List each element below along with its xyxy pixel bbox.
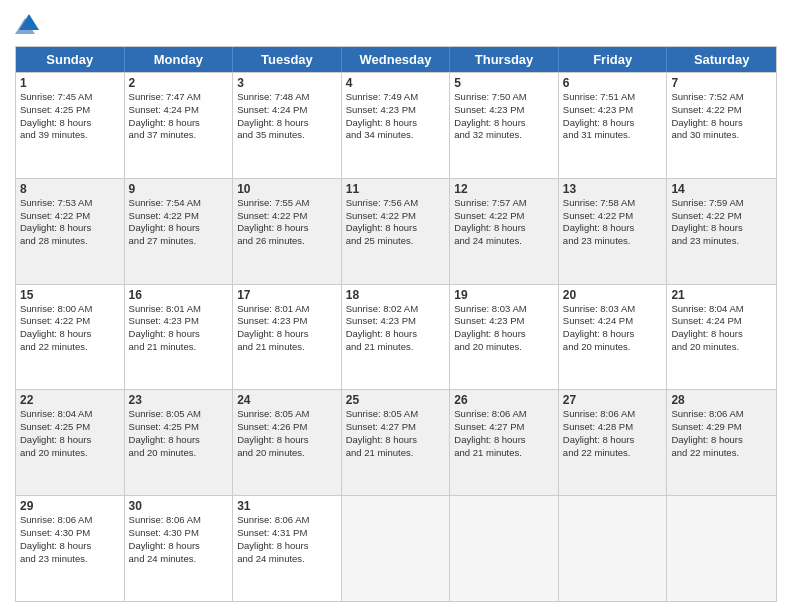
- cell-text: and 24 minutes.: [129, 553, 229, 566]
- calendar-row-2: 15Sunrise: 8:00 AMSunset: 4:22 PMDayligh…: [16, 284, 776, 390]
- day-number: 6: [563, 76, 663, 90]
- cell-text: Sunset: 4:22 PM: [346, 210, 446, 223]
- calendar-cell-4-1: 30Sunrise: 8:06 AMSunset: 4:30 PMDayligh…: [125, 496, 234, 601]
- calendar-cell-0-0: 1Sunrise: 7:45 AMSunset: 4:25 PMDaylight…: [16, 73, 125, 178]
- calendar-cell-3-4: 26Sunrise: 8:06 AMSunset: 4:27 PMDayligh…: [450, 390, 559, 495]
- cell-text: Sunset: 4:22 PM: [671, 104, 772, 117]
- cell-text: Sunrise: 8:06 AM: [237, 514, 337, 527]
- cell-text: Daylight: 8 hours: [346, 222, 446, 235]
- cell-text: Sunrise: 8:04 AM: [20, 408, 120, 421]
- header: [15, 10, 777, 38]
- page: SundayMondayTuesdayWednesdayThursdayFrid…: [0, 0, 792, 612]
- cell-text: Sunset: 4:27 PM: [454, 421, 554, 434]
- cell-text: and 31 minutes.: [563, 129, 663, 142]
- cell-text: and 22 minutes.: [671, 447, 772, 460]
- calendar-header: SundayMondayTuesdayWednesdayThursdayFrid…: [16, 47, 776, 72]
- calendar-cell-4-0: 29Sunrise: 8:06 AMSunset: 4:30 PMDayligh…: [16, 496, 125, 601]
- cell-text: and 20 minutes.: [237, 447, 337, 460]
- calendar-cell-4-3: [342, 496, 451, 601]
- day-number: 29: [20, 499, 120, 513]
- cell-text: Daylight: 8 hours: [237, 434, 337, 447]
- cell-text: Sunrise: 7:50 AM: [454, 91, 554, 104]
- cell-text: Sunrise: 7:53 AM: [20, 197, 120, 210]
- cell-text: Daylight: 8 hours: [129, 540, 229, 553]
- calendar-cell-1-3: 11Sunrise: 7:56 AMSunset: 4:22 PMDayligh…: [342, 179, 451, 284]
- cell-text: and 24 minutes.: [237, 553, 337, 566]
- calendar-cell-4-4: [450, 496, 559, 601]
- cell-text: and 26 minutes.: [237, 235, 337, 248]
- calendar-cell-4-6: [667, 496, 776, 601]
- cell-text: Sunset: 4:24 PM: [671, 315, 772, 328]
- calendar-cell-3-0: 22Sunrise: 8:04 AMSunset: 4:25 PMDayligh…: [16, 390, 125, 495]
- cell-text: Daylight: 8 hours: [129, 328, 229, 341]
- cell-text: and 28 minutes.: [20, 235, 120, 248]
- day-number: 31: [237, 499, 337, 513]
- cell-text: Sunset: 4:22 PM: [129, 210, 229, 223]
- cell-text: Daylight: 8 hours: [346, 328, 446, 341]
- cell-text: Sunrise: 8:06 AM: [129, 514, 229, 527]
- cell-text: Sunrise: 8:06 AM: [563, 408, 663, 421]
- day-number: 9: [129, 182, 229, 196]
- calendar-body: 1Sunrise: 7:45 AMSunset: 4:25 PMDaylight…: [16, 72, 776, 601]
- cell-text: Sunrise: 7:47 AM: [129, 91, 229, 104]
- calendar-cell-1-5: 13Sunrise: 7:58 AMSunset: 4:22 PMDayligh…: [559, 179, 668, 284]
- day-header-monday: Monday: [125, 47, 234, 72]
- cell-text: Daylight: 8 hours: [237, 117, 337, 130]
- cell-text: Sunrise: 7:49 AM: [346, 91, 446, 104]
- cell-text: Sunset: 4:22 PM: [563, 210, 663, 223]
- cell-text: Daylight: 8 hours: [563, 328, 663, 341]
- cell-text: Sunset: 4:22 PM: [20, 315, 120, 328]
- cell-text: Daylight: 8 hours: [20, 540, 120, 553]
- cell-text: Sunset: 4:24 PM: [129, 104, 229, 117]
- cell-text: Sunset: 4:23 PM: [346, 315, 446, 328]
- cell-text: Daylight: 8 hours: [671, 434, 772, 447]
- cell-text: and 34 minutes.: [346, 129, 446, 142]
- day-number: 19: [454, 288, 554, 302]
- calendar-cell-2-6: 21Sunrise: 8:04 AMSunset: 4:24 PMDayligh…: [667, 285, 776, 390]
- cell-text: and 20 minutes.: [20, 447, 120, 460]
- cell-text: and 23 minutes.: [20, 553, 120, 566]
- cell-text: Sunrise: 7:51 AM: [563, 91, 663, 104]
- cell-text: Daylight: 8 hours: [237, 328, 337, 341]
- calendar-cell-0-6: 7Sunrise: 7:52 AMSunset: 4:22 PMDaylight…: [667, 73, 776, 178]
- calendar-cell-3-3: 25Sunrise: 8:05 AMSunset: 4:27 PMDayligh…: [342, 390, 451, 495]
- calendar-cell-2-1: 16Sunrise: 8:01 AMSunset: 4:23 PMDayligh…: [125, 285, 234, 390]
- day-number: 13: [563, 182, 663, 196]
- cell-text: Daylight: 8 hours: [454, 222, 554, 235]
- calendar-cell-1-1: 9Sunrise: 7:54 AMSunset: 4:22 PMDaylight…: [125, 179, 234, 284]
- cell-text: Daylight: 8 hours: [563, 222, 663, 235]
- cell-text: Sunset: 4:23 PM: [346, 104, 446, 117]
- day-header-saturday: Saturday: [667, 47, 776, 72]
- cell-text: Sunrise: 8:00 AM: [20, 303, 120, 316]
- cell-text: Sunrise: 8:01 AM: [237, 303, 337, 316]
- cell-text: Sunset: 4:22 PM: [671, 210, 772, 223]
- cell-text: Daylight: 8 hours: [671, 222, 772, 235]
- cell-text: Daylight: 8 hours: [346, 434, 446, 447]
- day-number: 17: [237, 288, 337, 302]
- calendar-row-4: 29Sunrise: 8:06 AMSunset: 4:30 PMDayligh…: [16, 495, 776, 601]
- day-number: 30: [129, 499, 229, 513]
- calendar-cell-2-0: 15Sunrise: 8:00 AMSunset: 4:22 PMDayligh…: [16, 285, 125, 390]
- calendar-cell-4-2: 31Sunrise: 8:06 AMSunset: 4:31 PMDayligh…: [233, 496, 342, 601]
- day-number: 10: [237, 182, 337, 196]
- calendar-cell-0-3: 4Sunrise: 7:49 AMSunset: 4:23 PMDaylight…: [342, 73, 451, 178]
- cell-text: and 22 minutes.: [20, 341, 120, 354]
- cell-text: Sunrise: 7:57 AM: [454, 197, 554, 210]
- cell-text: and 23 minutes.: [563, 235, 663, 248]
- cell-text: and 30 minutes.: [671, 129, 772, 142]
- day-number: 11: [346, 182, 446, 196]
- cell-text: Daylight: 8 hours: [20, 222, 120, 235]
- cell-text: Sunrise: 8:06 AM: [671, 408, 772, 421]
- calendar-cell-3-5: 27Sunrise: 8:06 AMSunset: 4:28 PMDayligh…: [559, 390, 668, 495]
- cell-text: and 22 minutes.: [563, 447, 663, 460]
- day-number: 12: [454, 182, 554, 196]
- cell-text: Daylight: 8 hours: [346, 117, 446, 130]
- cell-text: Daylight: 8 hours: [563, 117, 663, 130]
- cell-text: Daylight: 8 hours: [129, 434, 229, 447]
- cell-text: Sunrise: 8:05 AM: [346, 408, 446, 421]
- day-number: 1: [20, 76, 120, 90]
- calendar-cell-2-3: 18Sunrise: 8:02 AMSunset: 4:23 PMDayligh…: [342, 285, 451, 390]
- calendar-cell-1-0: 8Sunrise: 7:53 AMSunset: 4:22 PMDaylight…: [16, 179, 125, 284]
- cell-text: and 20 minutes.: [129, 447, 229, 460]
- day-number: 3: [237, 76, 337, 90]
